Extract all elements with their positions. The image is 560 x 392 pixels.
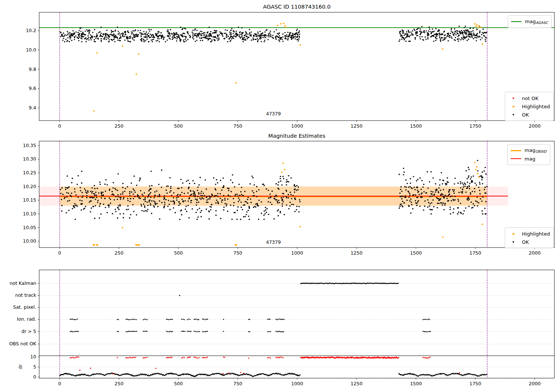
plot2-title: Magnitude Estimates [39,133,554,139]
dr-tick-label: 10 [14,354,36,360]
legend-entry-ok: OK [508,238,550,246]
orange-dot-icon [508,106,519,108]
legend-entry-mag-obsid: magOBSID [510,146,547,155]
x-tick-label: 1750 [464,250,486,256]
flag-row-label: OBS not OK [1,341,36,346]
legend-entry-mag: mag [510,155,547,163]
legend-entry-not-ok: not OK [508,94,550,102]
flag-row-label: not track [1,292,36,298]
obsid-annotation-plot2: 47379 [262,239,284,245]
legend-label: not OK [522,96,538,101]
x-tick-label: 0 [49,381,71,386]
red-dot-icon [508,97,519,99]
legend-label: mag [525,156,535,162]
x-tick-label: 0 [49,123,71,129]
x-tick-label: 750 [227,250,249,256]
legend-label: Highlighted [522,104,550,109]
x-tick-label: 1750 [464,123,486,129]
orange-dot-icon [508,233,519,235]
dr-tick-label: 0 [14,374,36,380]
obsid-annotation-plot1: 47379 [262,111,284,116]
flag-row-label: not Kalman [1,280,36,286]
green-line-sample-icon [511,21,522,22]
legend-mag-lines: magOBSID mag [507,144,550,165]
y-tick-label: 10.20 [14,184,36,189]
legend-entry-highlighted: Highlighted [508,102,550,111]
x-tick-label: 1500 [405,123,427,129]
legend-plot1-markers: not OK Highlighted OK [505,92,554,121]
y-tick-label: 10.10 [14,211,36,217]
legend-entry-mag-agasc: magAGASC [511,18,548,26]
y-tick-label: 10.30 [14,156,36,162]
y-tick-label: 10.05 [14,225,36,230]
y-tick-label: 10.35 [14,143,36,148]
x-tick-label: 2000 [523,381,546,386]
legend-plot2-markers: Highlighted OK [505,227,554,248]
dr-tick-label: 5 [14,364,36,370]
x-tick-label: 750 [227,381,249,386]
legend-mag-agasc: magAGASC [508,15,552,28]
x-tick-label: 1500 [405,381,427,386]
black-dot-icon [508,241,519,243]
legend-label: Highlighted [522,231,550,237]
y-tick-label: 10.00 [14,238,36,244]
x-tick-label: 1000 [286,123,308,129]
x-tick-label: 250 [108,123,130,129]
x-tick-label: 250 [108,250,130,256]
x-tick-label: 1250 [345,123,368,129]
y-tick-label: 10.2 [14,28,36,33]
x-tick-label: 1000 [286,250,308,256]
x-tick-label: 2000 [523,250,546,256]
flag-row-label: dr > 5 [1,329,36,334]
x-tick-label: 1250 [345,250,368,256]
x-tick-label: 750 [227,123,249,129]
x-tick-label: 2000 [523,123,546,129]
x-tick-label: 1000 [286,381,308,386]
x-tick-label: 500 [167,123,190,129]
legend-entry-highlighted: Highlighted [508,230,550,238]
x-tick-label: 1750 [464,381,486,386]
flag-row-label: Sat. pixel. [1,304,36,310]
plots-canvas [0,0,560,392]
black-dot-icon [508,114,519,115]
x-tick-label: 0 [49,250,71,256]
red-line-sample-icon [510,158,522,159]
plot1-title: AGASC ID 1108743160.0 [39,4,554,10]
y-tick-label: 9.4 [14,105,36,111]
legend-label: magOBSID [525,147,547,153]
x-tick-label: 250 [108,381,130,386]
y-tick-label: 9.8 [14,66,36,72]
y-tick-label: 10.0 [14,47,36,53]
orange-line-sample-icon [510,150,522,151]
legend-label: magAGASC [525,19,548,25]
y-tick-label: 10.15 [14,197,36,203]
legend-entry-ok: OK [508,111,550,119]
flag-row-label: Ion. rad. [1,316,36,322]
x-tick-label: 500 [167,250,190,256]
x-tick-label: 1500 [405,250,427,256]
x-tick-label: 500 [167,381,190,386]
figure: AGASC ID 1108743160.0 Magnitude Estimate… [0,0,560,392]
x-tick-label: 1250 [345,381,368,386]
y-tick-label: 10.25 [14,170,36,175]
legend-label: OK [522,112,529,118]
y-tick-label: 9.6 [14,85,36,91]
legend-label: OK [522,239,529,245]
